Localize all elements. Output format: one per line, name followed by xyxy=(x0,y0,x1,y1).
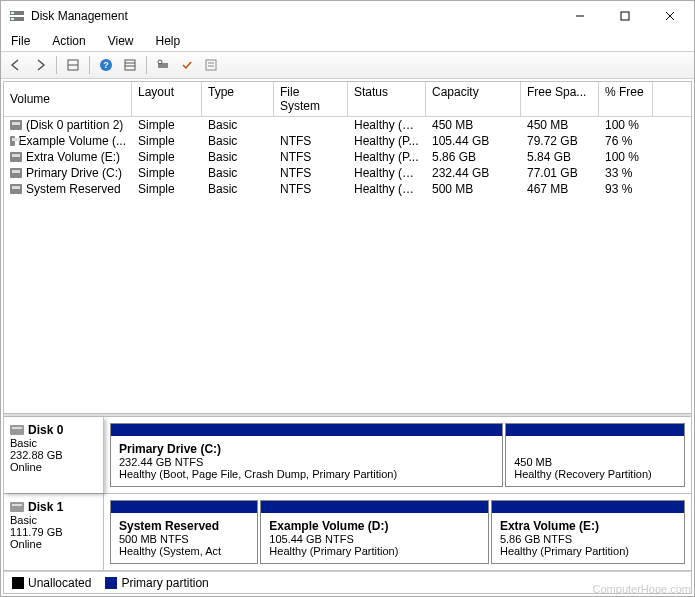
volume-free: 5.84 GB xyxy=(521,149,599,165)
watermark: ComputerHope.com xyxy=(593,583,691,595)
col-type[interactable]: Type xyxy=(202,82,274,116)
volume-free: 79.72 GB xyxy=(521,133,599,149)
forward-button[interactable] xyxy=(29,54,51,76)
partition-label: Primary Drive (C:) xyxy=(119,442,494,456)
volume-status: Healthy (R... xyxy=(348,117,426,133)
partition-size: 500 MB NTFS xyxy=(119,533,249,545)
partition[interactable]: Extra Volume (E:)5.86 GB NTFSHealthy (Pr… xyxy=(491,500,685,564)
volume-status: Healthy (B... xyxy=(348,165,426,181)
disk-label[interactable]: Disk 0Basic232.88 GBOnline xyxy=(4,417,104,493)
partition[interactable]: Example Volume (D:)105.44 GB NTFSHealthy… xyxy=(260,500,489,564)
menu-file[interactable]: File xyxy=(7,33,34,49)
disk-graphical-view: Disk 0Basic232.88 GBOnlinePrimary Drive … xyxy=(4,417,691,571)
disk-management-window: Disk Management File Action View Help ? … xyxy=(0,0,695,597)
legend-unallocated: Unallocated xyxy=(12,576,91,590)
svg-text:?: ? xyxy=(103,60,109,70)
partition-size: 232.44 GB NTFS xyxy=(119,456,494,468)
volume-icon xyxy=(10,152,22,162)
minimize-button[interactable] xyxy=(557,1,602,31)
disk-block: Disk 1Basic111.79 GBOnlineSystem Reserve… xyxy=(4,494,691,571)
svg-rect-3 xyxy=(11,18,14,20)
menu-view[interactable]: View xyxy=(104,33,138,49)
col-status[interactable]: Status xyxy=(348,82,426,116)
disk-block: Disk 0Basic232.88 GBOnlinePrimary Drive … xyxy=(4,417,691,494)
volume-layout: Simple xyxy=(132,117,202,133)
menu-action[interactable]: Action xyxy=(48,33,89,49)
volume-icon xyxy=(10,184,22,194)
disk-size: 232.88 GB xyxy=(10,449,97,461)
col-layout[interactable]: Layout xyxy=(132,82,202,116)
volume-free: 77.01 GB xyxy=(521,165,599,181)
partition-label: System Reserved xyxy=(119,519,249,533)
svg-rect-2 xyxy=(11,12,14,14)
col-filesystem[interactable]: File System xyxy=(274,82,348,116)
volume-capacity: 5.86 GB xyxy=(426,149,521,165)
help-button[interactable]: ? xyxy=(95,54,117,76)
volume-pct: 76 % xyxy=(599,133,653,149)
volume-list[interactable]: Volume Layout Type File System Status Ca… xyxy=(4,82,691,413)
volume-free: 450 MB xyxy=(521,117,599,133)
view-split-button[interactable] xyxy=(62,54,84,76)
volume-row[interactable]: Extra Volume (E:)SimpleBasicNTFSHealthy … xyxy=(4,149,691,165)
volume-fs xyxy=(274,117,348,133)
col-capacity[interactable]: Capacity xyxy=(426,82,521,116)
volume-free: 467 MB xyxy=(521,181,599,197)
disk-size: 111.79 GB xyxy=(10,526,97,538)
col-volume[interactable]: Volume xyxy=(4,82,132,116)
partition-size: 5.86 GB NTFS xyxy=(500,533,676,545)
col-free[interactable]: Free Spa... xyxy=(521,82,599,116)
col-pctfree[interactable]: % Free xyxy=(599,82,653,116)
rescan-button[interactable] xyxy=(152,54,174,76)
volume-layout: Simple xyxy=(132,181,202,197)
volume-type: Basic xyxy=(202,165,274,181)
volume-pct: 100 % xyxy=(599,149,653,165)
primary-swatch xyxy=(105,577,117,589)
volume-row[interactable]: System ReservedSimpleBasicNTFSHealthy (S… xyxy=(4,181,691,197)
volume-capacity: 500 MB xyxy=(426,181,521,197)
volume-name: Example Volume (... xyxy=(19,134,126,148)
volume-capacity: 105.44 GB xyxy=(426,133,521,149)
partition-color-bar xyxy=(111,424,502,436)
titlebar[interactable]: Disk Management xyxy=(1,1,694,31)
volume-type: Basic xyxy=(202,181,274,197)
partition-size: 450 MB xyxy=(514,456,676,468)
disk-name: Disk 1 xyxy=(28,500,63,514)
legend: Unallocated Primary partition xyxy=(4,571,691,593)
volume-pct: 100 % xyxy=(599,117,653,133)
partition[interactable]: Primary Drive (C:)232.44 GB NTFSHealthy … xyxy=(110,423,503,487)
partition-status: Healthy (System, Act xyxy=(119,545,249,557)
disk-partitions: System Reserved500 MB NTFSHealthy (Syste… xyxy=(104,494,691,570)
disk-label[interactable]: Disk 1Basic111.79 GBOnline xyxy=(4,494,104,570)
volume-fs: NTFS xyxy=(274,165,348,181)
svg-rect-17 xyxy=(206,60,216,70)
check-button[interactable] xyxy=(176,54,198,76)
volume-layout: Simple xyxy=(132,133,202,149)
volume-name: (Disk 0 partition 2) xyxy=(26,118,123,132)
volume-row[interactable]: Primary Drive (C:)SimpleBasicNTFSHealthy… xyxy=(4,165,691,181)
partition[interactable]: 450 MBHealthy (Recovery Partition) xyxy=(505,423,685,487)
volume-icon xyxy=(10,136,15,146)
close-button[interactable] xyxy=(647,1,692,31)
volume-row[interactable]: Example Volume (...SimpleBasicNTFSHealth… xyxy=(4,133,691,149)
volume-type: Basic xyxy=(202,133,274,149)
partition-size: 105.44 GB NTFS xyxy=(269,533,480,545)
disk-name: Disk 0 xyxy=(28,423,63,437)
volume-status: Healthy (S... xyxy=(348,181,426,197)
maximize-button[interactable] xyxy=(602,1,647,31)
partition-status: Healthy (Recovery Partition) xyxy=(514,468,676,480)
back-button[interactable] xyxy=(5,54,27,76)
svg-rect-5 xyxy=(621,12,629,20)
partition-status: Healthy (Primary Partition) xyxy=(500,545,676,557)
volume-name: Primary Drive (C:) xyxy=(26,166,122,180)
view-list-button[interactable] xyxy=(119,54,141,76)
settings-button[interactable] xyxy=(200,54,222,76)
partition-color-bar xyxy=(261,501,488,513)
disk-partitions: Primary Drive (C:)232.44 GB NTFSHealthy … xyxy=(104,417,691,493)
partition[interactable]: System Reserved500 MB NTFSHealthy (Syste… xyxy=(110,500,258,564)
partition-label: Example Volume (D:) xyxy=(269,519,480,533)
menu-help[interactable]: Help xyxy=(152,33,185,49)
volume-row[interactable]: (Disk 0 partition 2)SimpleBasicHealthy (… xyxy=(4,117,691,133)
volume-fs: NTFS xyxy=(274,149,348,165)
legend-primary: Primary partition xyxy=(105,576,208,590)
volume-status: Healthy (P... xyxy=(348,149,426,165)
